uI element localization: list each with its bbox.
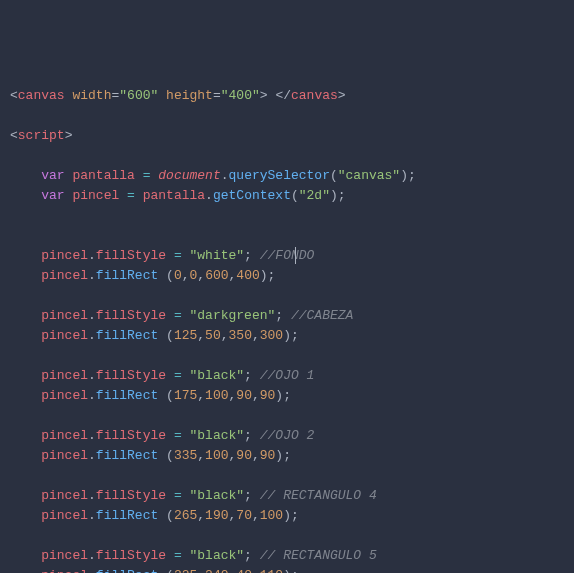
text-cursor [295,247,296,264]
code-line: pincel.fillStyle = "black"; //OJO 2 [10,428,314,443]
code-line: pincel.fillStyle = "black"; //OJO 1 [10,368,314,383]
code-line: var pantalla = document.querySelector("c… [10,168,416,183]
variable: pantalla [72,168,134,183]
function: querySelector [229,168,330,183]
code-line: pincel.fillStyle = "black"; // RECTANGUL… [10,548,377,563]
object: document [158,168,220,183]
code-line: var pincel = pantalla.getContext("2d"); [10,188,346,203]
keyword: var [41,168,64,183]
code-line: pincel.fillStyle = "white"; //FONDO [10,248,314,263]
tag-name: script [18,128,65,143]
code-line: pincel.fillStyle = "black"; // RECTANGUL… [10,488,377,503]
property: fillStyle [96,248,166,263]
attr-name: width [72,88,111,103]
attr-value: "600" [119,88,158,103]
code-line: pincel.fillRect (335,100,90,90); [10,448,291,463]
code-editor[interactable]: <canvas width="600" height="400"> </canv… [10,86,564,573]
tag-name: canvas [18,88,65,103]
code-line: pincel.fillRect (265,190,70,100); [10,508,299,523]
code-line: <script> [10,128,72,143]
attr-value: "400" [221,88,260,103]
code-line: pincel.fillRect (225,240,40,110); [10,568,299,573]
code-line: pincel.fillStyle = "darkgreen"; //CABEZA [10,308,353,323]
bracket: < [10,88,18,103]
comment: //FONDO [260,248,315,263]
string: "canvas" [338,168,400,183]
code-line: pincel.fillRect (0,0,600,400); [10,268,275,283]
code-line: pincel.fillRect (175,100,90,90); [10,388,291,403]
code-line: pincel.fillRect (125,50,350,300); [10,328,299,343]
attr-name: height [166,88,213,103]
code-line: <canvas width="600" height="400"> </canv… [10,88,346,103]
